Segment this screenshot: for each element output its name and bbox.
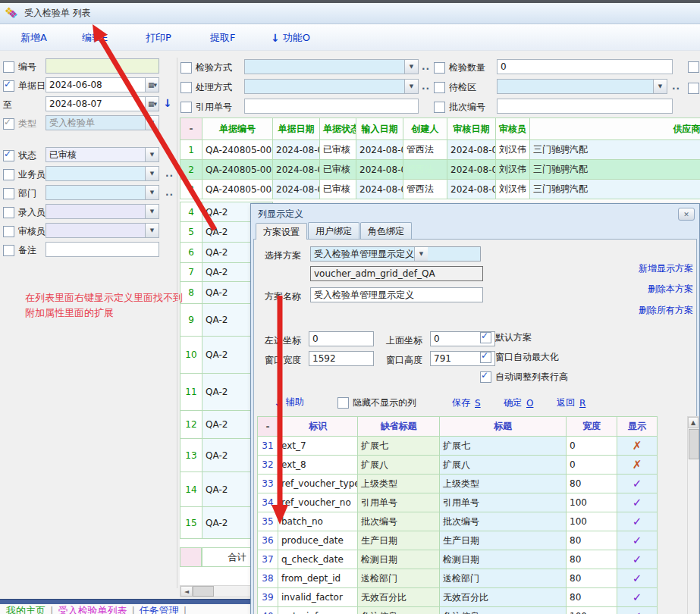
scheme-dropdown[interactable]: 受入检验单管理显示定义	[310, 246, 481, 262]
table-row[interactable]: 34ref_voucher_no引用单号引用单号100✓	[258, 493, 658, 512]
grid-cell[interactable]: 引用单号	[440, 493, 567, 512]
auditor-checkbox[interactable]	[3, 226, 14, 237]
window-width-input[interactable]: 1592	[309, 351, 374, 366]
back-button[interactable]: 返回R	[557, 396, 585, 409]
col-header-input-date[interactable]: 输入日期	[356, 118, 403, 140]
default-scheme-option[interactable]: 默认方案	[480, 331, 532, 344]
grid-cell[interactable]: 检测日期	[440, 550, 567, 569]
grid-cell[interactable]: 2024-08-06	[447, 140, 496, 160]
wait-area-checkbox[interactable]	[434, 82, 445, 93]
new-button[interactable]: 新增A	[20, 31, 47, 45]
tab-home[interactable]: 我的主页	[6, 604, 53, 614]
chevron-down-icon[interactable]	[145, 205, 159, 218]
browse-dots-icon[interactable]	[165, 168, 174, 179]
entry-checkbox[interactable]	[3, 207, 14, 218]
grid-cell[interactable]: 0	[567, 456, 617, 475]
grid-cell[interactable]: produce_date	[278, 531, 358, 550]
grid-cell[interactable]: 三门驰骋汽配	[530, 180, 700, 199]
col-header-width[interactable]: 宽度	[567, 417, 617, 437]
browse-dots-icon[interactable]	[422, 81, 430, 92]
grid-cell[interactable]: QA-240805-002	[202, 140, 273, 160]
grid-cell[interactable]: 2024-08-06	[447, 160, 496, 180]
table-row[interactable]: 40note_info备注信息备注信息100✓	[258, 607, 658, 614]
col-header-supplier[interactable]: 供应商	[530, 118, 700, 140]
grid-cell[interactable]: 33	[258, 475, 278, 493]
grid-cell[interactable]: 刘汉伟	[496, 140, 530, 160]
col-header-title[interactable]: 标题	[440, 417, 567, 437]
grid-cell[interactable]: 刘汉伟	[496, 180, 530, 199]
grid-cell[interactable]: 14	[180, 472, 202, 507]
grid-cell[interactable]: ✓	[617, 493, 658, 512]
grid-cell[interactable]: 备注信息	[358, 607, 440, 614]
sales-checkbox[interactable]	[3, 169, 14, 180]
check-qty-input[interactable]: 0	[497, 59, 673, 74]
auditor-dropdown[interactable]	[46, 223, 159, 238]
tab-task-manager[interactable]: 任务管理	[140, 604, 187, 614]
check-method-checkbox[interactable]	[180, 62, 192, 74]
handle-method-dropdown[interactable]	[244, 79, 419, 94]
aux-button[interactable]: 辅助	[274, 396, 304, 409]
grid-cell[interactable]: 3	[180, 180, 202, 199]
table-row[interactable]: 36produce_date生产日期生产日期80✓	[258, 531, 658, 550]
grid-cell[interactable]: 1	[180, 140, 202, 160]
grid-cell[interactable]: 0	[567, 437, 617, 456]
clipped-checkbox[interactable]	[688, 83, 699, 94]
check-qty-checkbox[interactable]	[434, 62, 445, 74]
table-row[interactable]: 33ref_voucher_type上级类型上级类型80✓	[258, 475, 658, 493]
chevron-down-icon[interactable]	[404, 80, 418, 93]
chevron-down-icon[interactable]	[653, 80, 667, 93]
grid-cell[interactable]: 100	[567, 607, 617, 614]
grid-cell[interactable]: 生产日期	[440, 531, 567, 550]
col-header-status[interactable]: 单据状态	[320, 118, 356, 140]
chevron-down-icon[interactable]	[145, 186, 159, 199]
grid-cell[interactable]: 35	[258, 512, 278, 531]
edit-button[interactable]: 编辑E	[82, 31, 108, 45]
grid-cell[interactable]: ref_voucher_no	[278, 493, 358, 512]
table-row[interactable]: 2QA-240805-0032024-08-05已审核2024-08-06管西法…	[180, 160, 700, 180]
grid-cell[interactable]: 37	[258, 550, 278, 569]
chevron-down-icon[interactable]	[414, 247, 428, 261]
calendar-icon[interactable]	[145, 78, 159, 92]
no-checkbox[interactable]	[3, 61, 14, 73]
grid-cell[interactable]: ✗	[617, 437, 658, 456]
default-scheme-checkbox[interactable]	[480, 332, 491, 343]
grid-cell[interactable]: 38	[258, 569, 278, 588]
grid-cell[interactable]: 批次编号	[358, 512, 440, 531]
ref-no-input[interactable]	[244, 99, 419, 114]
auto-maximize-checkbox[interactable]	[480, 352, 491, 363]
down-arrow-icon[interactable]	[163, 97, 172, 109]
check-method-dropdown[interactable]	[244, 59, 419, 74]
grid-cell[interactable]: 2	[180, 160, 202, 180]
dialog-titlebar[interactable]: 列显示定义	[253, 206, 697, 222]
grid-cell[interactable]: 2024-08-05	[273, 140, 320, 160]
delete-scheme-link[interactable]: 删除本方案	[648, 283, 693, 296]
hide-cols-checkbox[interactable]	[337, 397, 349, 409]
left-coord-input[interactable]: 0	[309, 331, 374, 346]
grid-cell[interactable]: ref_voucher_type	[278, 475, 358, 493]
type-dropdown[interactable]: 受入检验单	[46, 115, 159, 130]
table-row[interactable]: 37q_check_date检测日期检测日期80✓	[258, 550, 658, 569]
table-row[interactable]: 38from_dept_id送检部门送检部门80✓	[258, 569, 658, 588]
grid-cell[interactable]: 36	[258, 531, 278, 550]
scheme-name-input[interactable]: 受入检验单管理显示定义	[310, 287, 483, 302]
handle-method-checkbox[interactable]	[180, 82, 192, 93]
grid-cell[interactable]: ✓	[617, 607, 658, 614]
dept-dropdown[interactable]	[46, 185, 159, 200]
date-to-input[interactable]: 2024-08-07	[46, 96, 159, 111]
grid-cell[interactable]: 已审核	[320, 140, 356, 160]
grid-cell[interactable]: 扩展七	[358, 437, 440, 456]
col-header-index[interactable]: -	[258, 417, 278, 437]
clipped-checkbox[interactable]	[688, 61, 699, 73]
chevron-down-icon[interactable]	[145, 167, 159, 180]
grid-cell[interactable]: 2024-08-06	[447, 180, 496, 199]
print-button[interactable]: 打印P	[146, 31, 171, 45]
grid-cell[interactable]: 4	[180, 202, 202, 222]
grid-cell[interactable]: ✓	[617, 569, 658, 588]
grid-cell[interactable]: 引用单号	[358, 493, 440, 512]
grid-cell[interactable]: 三门驰骋汽配	[530, 160, 700, 180]
grid-cell[interactable]: QA-240805-004	[202, 180, 273, 199]
ref-no-checkbox[interactable]	[180, 102, 192, 113]
grid-cell[interactable]: 送检部门	[358, 569, 440, 588]
chevron-down-icon[interactable]	[145, 224, 159, 237]
grid-cell[interactable]: 送检部门	[440, 569, 567, 588]
